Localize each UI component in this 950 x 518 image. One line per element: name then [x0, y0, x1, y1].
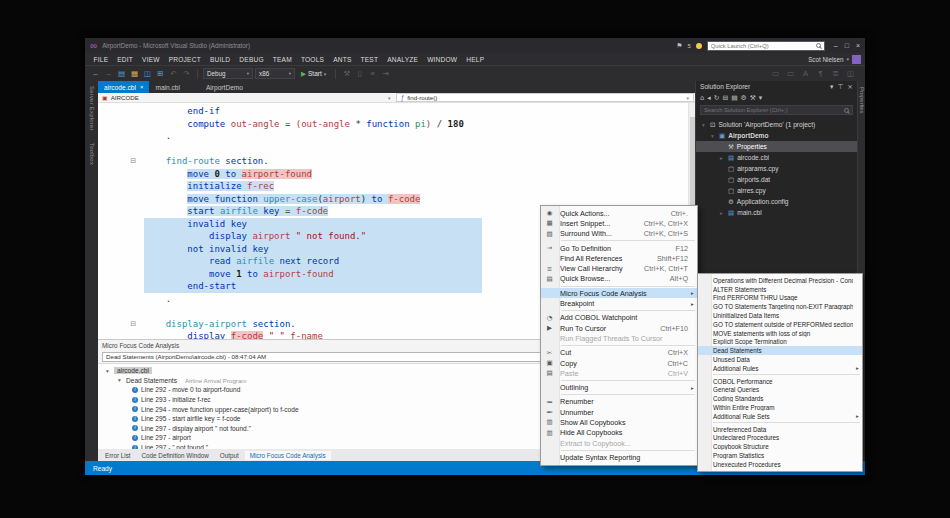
menu-ants[interactable]: ANTS: [329, 56, 356, 63]
menu-item-update-syntax-reporting[interactable]: Update Syntax Reporting: [541, 452, 697, 462]
code-line[interactable]: .: [98, 130, 695, 143]
notifications-icon[interactable]: [696, 43, 702, 49]
menu-item-undeclared-procedures[interactable]: Undeclared Procedures: [698, 434, 862, 443]
menu-item-show-all-copybooks[interactable]: ▥Show All Copybooks: [541, 417, 697, 427]
fold-collapse-icon[interactable]: ⊟: [98, 318, 144, 331]
new-file-icon[interactable]: ▤: [116, 68, 127, 80]
tree-item-main-cbl[interactable]: ▸▤main.cbl: [696, 207, 857, 218]
tab-aircode-cbl[interactable]: aircode.cbl×: [98, 81, 149, 93]
nav-back-icon[interactable]: ←: [90, 68, 101, 80]
collapse-all-icon[interactable]: ⊟: [722, 94, 728, 102]
menu-item-insert-snippet[interactable]: ▦Insert Snippet...Ctrl+K, Ctrl+X: [541, 218, 697, 228]
menu-item-general-queries[interactable]: General Queries: [698, 386, 862, 395]
menu-item-view-call-hierarchy[interactable]: ≡View Call HierarchyCtrl+K, Ctrl+T: [541, 263, 697, 273]
pending-changes-icon[interactable]: ↻: [714, 94, 720, 102]
menu-item-quick-actions[interactable]: ◉Quick Actions...Ctrl+.: [541, 208, 697, 218]
panel-tab-output[interactable]: Output: [215, 451, 244, 460]
menu-item-go-to-statement-outside-of-performed-secti[interactable]: GO TO statement outside of PERFORMed sec…: [698, 320, 862, 329]
whitespace-icon[interactable]: ¶: [815, 68, 826, 80]
menu-item-cut[interactable]: ✂CutCtrl+X: [541, 348, 697, 358]
build-icon[interactable]: ⚒: [341, 68, 352, 80]
user-account[interactable]: Scot Nielsen ▾: [808, 55, 861, 64]
bookmark-icon[interactable]: ▯: [354, 68, 365, 80]
expander-icon[interactable]: ▾: [700, 122, 707, 128]
properties-icon[interactable]: ⚙: [741, 94, 747, 102]
menu-item-explicit-scope-termination[interactable]: Explicit Scope Termination: [698, 338, 862, 347]
menu-help[interactable]: HELP: [462, 56, 489, 63]
toolbar-options-icon[interactable]: ▾: [830, 83, 833, 91]
replace-icon[interactable]: ▭: [785, 68, 796, 80]
word-wrap-icon[interactable]: A: [800, 68, 811, 80]
solution-explorer-search-box[interactable]: [700, 105, 853, 115]
menu-item-unnumber[interactable]: ≕Unnumber: [541, 407, 697, 417]
overflow-icon[interactable]: ▾: [759, 94, 762, 102]
fold-collapse-icon[interactable]: ⊟: [98, 155, 144, 168]
menu-view[interactable]: VIEW: [138, 56, 165, 63]
save-all-icon[interactable]: ⊞: [155, 68, 166, 80]
code-line[interactable]: ⊟ find-route section.: [98, 155, 695, 168]
tree-item-properties[interactable]: ⚒Properties: [696, 141, 857, 152]
solution-explorer-header[interactable]: Solution Explorer ▾⊤×: [696, 81, 857, 92]
tree-item-airparams-cpy[interactable]: ▢airparams.cpy: [696, 163, 857, 174]
maximize-button[interactable]: □: [845, 41, 849, 51]
menu-edit[interactable]: EDIT: [113, 56, 138, 63]
menu-item-within-entire-program[interactable]: Within Entire Program: [698, 403, 862, 412]
pin-icon[interactable]: ⊤: [837, 83, 843, 91]
menu-item-go-to-statements-targeting-non-exit-paragr[interactable]: GO TO Statements Targeting non-EXIT Para…: [698, 302, 862, 311]
menu-item-breakpoint[interactable]: Breakpoint▸: [541, 298, 697, 308]
panel-tab-error-list[interactable]: Error List: [100, 451, 136, 460]
tree-item-aircode-cbl[interactable]: ▸▤aircode.cbl: [696, 152, 857, 163]
solution-explorer-search-input[interactable]: [704, 107, 844, 113]
close-icon[interactable]: ×: [847, 83, 853, 91]
show-all-files-icon[interactable]: ▤: [731, 94, 737, 102]
title-bar[interactable]: ∞ AirportDemo - Microsoft Visual Studio …: [85, 38, 865, 53]
menu-item-cobol-performance[interactable]: COBOL Performance: [698, 377, 862, 386]
menu-item-copy[interactable]: ▣CopyCtrl+C: [541, 358, 697, 368]
tree-item-solution-airportdemo-1-project[interactable]: ▾⊡Solution 'AirportDemo' (1 project): [696, 119, 857, 130]
tree-item-airres-cpy[interactable]: ▢airres.cpy: [696, 185, 857, 196]
menu-item-coding-standards[interactable]: Coding Standards: [698, 394, 862, 403]
menu-file[interactable]: FILE: [89, 56, 113, 63]
dock-tab-server-explorer[interactable]: Server Explorer: [89, 86, 95, 131]
menu-item-unreferenced-data[interactable]: Unreferenced Data: [698, 425, 862, 434]
find-icon[interactable]: ▭: [770, 68, 781, 80]
preview-icon[interactable]: ⚒: [750, 94, 756, 102]
home-icon[interactable]: ⌂: [700, 94, 704, 102]
navigate-icon[interactable]: ◫: [845, 68, 856, 80]
menu-build[interactable]: BUILD: [205, 56, 234, 63]
menu-project[interactable]: PROJECT: [164, 56, 205, 63]
menu-analyze[interactable]: ANALYZE: [383, 56, 423, 63]
menu-item-go-to-definition[interactable]: →Go To DefinitionF12: [541, 243, 697, 253]
menu-item-move-statements-with-loss-of-sign[interactable]: MOVE statements with loss of sign: [698, 329, 862, 338]
close-icon[interactable]: ×: [140, 84, 144, 90]
menu-item-find-all-references[interactable]: Find All ReferencesShift+F12: [541, 253, 697, 263]
menu-item-renumber[interactable]: ≔Renumber: [541, 397, 697, 407]
menu-item-uninitialized-data-items[interactable]: Uninitialized Data Items: [698, 311, 862, 320]
panel-tab-code-definition-window[interactable]: Code Definition Window: [137, 451, 214, 460]
code-line[interactable]: move function upper-case(airport) to f-c…: [98, 193, 695, 206]
quick-launch-input[interactable]: [711, 43, 816, 49]
code-line[interactable]: move 0 to airport-found: [98, 168, 695, 181]
menu-item-dead-statements[interactable]: Dead Statements: [698, 346, 862, 355]
outline-icon[interactable]: ≣: [830, 68, 841, 80]
menu-item-unexecuted-procedures[interactable]: Unexecuted Procedures: [698, 460, 862, 469]
nav-program-dropdown[interactable]: ▣ AIRCODE ▾: [98, 93, 395, 102]
menu-test[interactable]: TEST: [356, 56, 383, 63]
solution-configurations-dropdown[interactable]: Debug▾: [203, 68, 253, 79]
menu-item-operations-with-different-decimal-precisio[interactable]: Operations with Different Decimal Precis…: [698, 276, 862, 285]
panel-tab-micro-focus-code-analysis[interactable]: Micro Focus Code Analysis: [245, 451, 331, 460]
tree-item-airports-dat[interactable]: ▢airports.dat: [696, 174, 857, 185]
code-line[interactable]: end-if: [98, 105, 695, 118]
code-line[interactable]: compute out-angle = (out-angle * functio…: [98, 118, 695, 131]
menu-item-quick-browse[interactable]: ▤Quick Browse...Alt+Q: [541, 274, 697, 284]
menu-item-surround-with[interactable]: ▧Surround With...Ctrl+K, Ctrl+S: [541, 229, 697, 239]
redo-icon[interactable]: ↷: [181, 68, 192, 80]
minimize-button[interactable]: –: [834, 41, 838, 51]
menu-window[interactable]: WINDOW: [423, 56, 462, 63]
undo-icon[interactable]: ↶: [168, 68, 179, 80]
save-icon[interactable]: ◫: [142, 68, 153, 80]
nav-member-dropdown[interactable]: ƒ find-route() ▾: [396, 93, 695, 102]
tree-item-airportdemo[interactable]: ▾▣AirportDemo: [696, 130, 857, 141]
switch-views-icon[interactable]: ◂: [707, 94, 710, 102]
expander-icon[interactable]: ▸: [718, 155, 725, 161]
